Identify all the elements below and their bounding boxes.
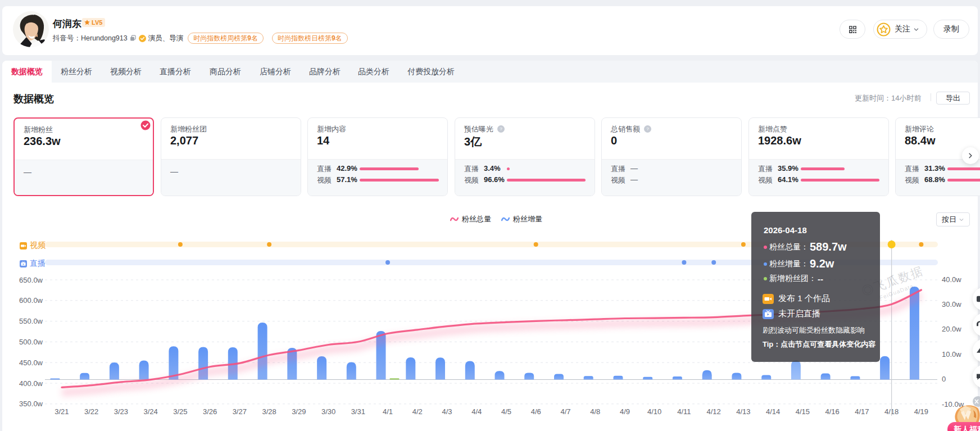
- svg-text:4/1: 4/1: [383, 407, 393, 416]
- svg-text:450.0w: 450.0w: [19, 359, 43, 367]
- svg-text:350.0w: 350.0w: [19, 400, 43, 408]
- svg-text:3/23: 3/23: [114, 407, 128, 416]
- svg-text:4/9: 4/9: [620, 407, 630, 416]
- svg-text:3/26: 3/26: [203, 407, 217, 416]
- svg-text:3/31: 3/31: [351, 407, 365, 416]
- svg-text:4/15: 4/15: [796, 407, 810, 416]
- svg-text:20.0w: 20.0w: [942, 325, 961, 333]
- svg-text:4/6: 4/6: [531, 407, 541, 416]
- svg-text:0: 0: [942, 375, 946, 383]
- svg-text:4/7: 4/7: [560, 407, 570, 416]
- svg-text:3/27: 3/27: [233, 407, 247, 416]
- svg-text:4/17: 4/17: [855, 407, 869, 416]
- svg-text:30.0w: 30.0w: [942, 300, 961, 308]
- svg-text:4/11: 4/11: [677, 407, 691, 416]
- svg-text:?: ?: [500, 126, 502, 131]
- svg-text:4/4: 4/4: [471, 407, 482, 416]
- svg-text:4/3: 4/3: [442, 407, 452, 416]
- svg-text:3/22: 3/22: [84, 407, 98, 416]
- svg-text:3/25: 3/25: [173, 407, 187, 416]
- svg-text:3/30: 3/30: [321, 407, 335, 416]
- svg-text:4/2: 4/2: [412, 407, 423, 416]
- svg-text:40.0w: 40.0w: [942, 275, 961, 284]
- svg-text:3/21: 3/21: [55, 407, 69, 416]
- svg-text:550.0w: 550.0w: [19, 317, 43, 325]
- svg-text:4/13: 4/13: [736, 407, 750, 416]
- svg-text:500.0w: 500.0w: [19, 338, 43, 346]
- svg-text:400.0w: 400.0w: [19, 379, 43, 388]
- svg-text:4/14: 4/14: [766, 407, 780, 416]
- svg-text:3/29: 3/29: [292, 407, 306, 416]
- svg-text:4/8: 4/8: [590, 407, 600, 416]
- svg-text:?: ?: [646, 126, 649, 131]
- svg-text:4/19: 4/19: [914, 407, 928, 416]
- svg-text:10.0w: 10.0w: [942, 350, 961, 359]
- svg-text:650.0w: 650.0w: [19, 276, 43, 284]
- svg-text:3/24: 3/24: [143, 407, 157, 416]
- svg-text:3/28: 3/28: [262, 407, 276, 416]
- svg-text:4/10: 4/10: [647, 407, 661, 416]
- svg-text:4/12: 4/12: [707, 407, 721, 416]
- svg-text:4/16: 4/16: [825, 407, 839, 416]
- svg-text:4/5: 4/5: [501, 407, 511, 416]
- svg-text:600.0w: 600.0w: [19, 296, 43, 305]
